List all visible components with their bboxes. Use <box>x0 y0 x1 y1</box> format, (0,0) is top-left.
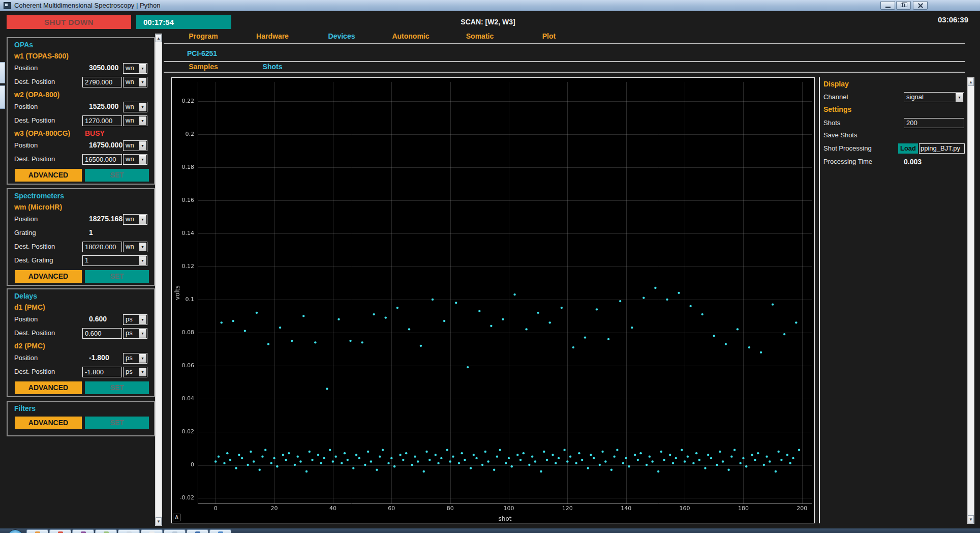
w3-position-units-combo[interactable]: wn▼ <box>123 140 147 151</box>
w1-dest-input[interactable]: 2790.000 <box>82 77 122 87</box>
processing-script-field[interactable]: pping_BJT.py <box>919 143 965 154</box>
wm-position-units-combo[interactable]: wn▼ <box>123 214 147 225</box>
taskbar-item[interactable] <box>141 529 163 533</box>
device-tab-underline <box>164 61 965 62</box>
tab-hardware[interactable]: Hardware <box>238 32 307 40</box>
w1-position-value: 3050.000 <box>89 64 124 72</box>
d1-dest-input[interactable]: 0.600 <box>82 328 122 339</box>
restore-button[interactable] <box>896 1 911 10</box>
taskbar-item[interactable] <box>118 529 140 533</box>
delays-header: Delays <box>8 289 154 302</box>
dest-position-label: Dest. Position <box>14 329 55 337</box>
device-name-d1: d1 (PMC) <box>8 302 154 313</box>
taskbar-item[interactable] <box>95 529 117 533</box>
left-scrollbar[interactable]: ▲ ▼ <box>155 34 162 526</box>
opas-buttons-row: ADVANCED SET <box>8 166 154 184</box>
wm-dest-units-combo[interactable]: wn▼ <box>123 242 147 252</box>
taskbar-item[interactable] <box>164 529 186 533</box>
w3-dest-input[interactable]: 16500.000 <box>82 154 122 165</box>
tab-pci-6251[interactable]: PCI-6251 <box>187 49 217 57</box>
application-window: Coherent Multidimensional Spectroscopy |… <box>0 0 980 533</box>
spectrometers-advanced-button[interactable]: ADVANCED <box>15 270 82 283</box>
chevron-down-icon[interactable]: ▼ <box>139 315 146 324</box>
delays-set-button[interactable]: SET <box>85 381 149 394</box>
save-shots-label: Save Shots <box>823 131 858 139</box>
wm-dest-grating-combo[interactable]: 1▼ <box>82 255 147 266</box>
w1-dest-units-combo[interactable]: wn▼ <box>123 77 147 87</box>
device-name-d2: d2 (PMC) <box>8 340 154 351</box>
start-button[interactable] <box>7 529 23 533</box>
w2-position-value: 1525.000 <box>89 102 124 110</box>
channel-row: Channel signal▼ <box>823 92 967 103</box>
opas-advanced-button[interactable]: ADVANCED <box>15 169 82 182</box>
tab-plot[interactable]: Plot <box>514 32 584 40</box>
autoscale-button[interactable]: A <box>173 514 180 521</box>
d1-position-units-combo[interactable]: ps▼ <box>123 314 147 325</box>
nav-underline <box>164 43 965 44</box>
wm-dest-input[interactable]: 18020.000 <box>82 242 122 252</box>
d2-position-units-combo[interactable]: ps▼ <box>123 353 147 364</box>
tab-somatic[interactable]: Somatic <box>445 32 514 40</box>
processing-time-value: 0.003 <box>904 156 922 167</box>
chevron-down-icon[interactable]: ▼ <box>139 78 146 86</box>
chevron-down-icon[interactable]: ▼ <box>139 329 146 338</box>
scroll-up-icon[interactable]: ▲ <box>156 34 162 42</box>
load-script-button[interactable]: Load <box>898 143 918 154</box>
w2-dest-input[interactable]: 1270.000 <box>82 115 122 126</box>
right-scrollbar[interactable]: ▲ ▼ <box>967 77 974 524</box>
position-label: Position <box>14 315 38 323</box>
chevron-down-icon[interactable]: ▼ <box>139 215 146 224</box>
d1-dest-units-combo[interactable]: ps▼ <box>123 328 147 339</box>
scroll-down-icon[interactable]: ▼ <box>156 517 162 525</box>
tab-devices[interactable]: Devices <box>307 32 376 40</box>
close-button[interactable] <box>913 1 928 10</box>
shutdown-button[interactable]: SHUT DOWN <box>7 15 131 29</box>
shots-scatter-plot[interactable] <box>172 78 814 523</box>
w1-position-units-combo[interactable]: wn▼ <box>123 63 147 74</box>
channel-combo[interactable]: signal▼ <box>904 92 964 102</box>
chevron-down-icon[interactable]: ▼ <box>139 243 146 251</box>
tab-program[interactable]: Program <box>169 32 238 40</box>
shot-processing-label: Shot Processing <box>823 144 872 152</box>
w2-position-units-combo[interactable]: wn▼ <box>123 102 147 112</box>
tab-autonomic[interactable]: Autonomic <box>376 32 445 40</box>
chevron-down-icon[interactable]: ▼ <box>139 368 146 376</box>
taskbar-item[interactable] <box>187 529 208 533</box>
window-title: Coherent Multidimensional Spectroscopy |… <box>14 2 160 9</box>
filters-set-button[interactable]: SET <box>85 417 149 429</box>
tab-shots[interactable]: Shots <box>238 63 307 71</box>
chevron-down-icon[interactable]: ▼ <box>139 256 146 265</box>
w3-dest-units-combo[interactable]: wn▼ <box>123 154 147 165</box>
w1-dest-row: Dest. Position 2790.000 wn▼ <box>8 75 154 89</box>
w2-dest-units-combo[interactable]: wn▼ <box>123 115 147 126</box>
chevron-down-icon[interactable]: ▼ <box>139 155 146 164</box>
taskbar-item[interactable] <box>72 529 94 533</box>
chevron-down-icon[interactable]: ▼ <box>139 141 146 150</box>
chevron-down-icon[interactable]: ▼ <box>956 93 963 102</box>
dest-position-label: Dest. Position <box>14 368 55 375</box>
taskbar-item[interactable] <box>209 529 231 533</box>
filters-advanced-button[interactable]: ADVANCED <box>15 417 82 429</box>
chevron-down-icon[interactable]: ▼ <box>139 354 146 363</box>
delays-advanced-button[interactable]: ADVANCED <box>15 381 82 394</box>
scroll-down-icon[interactable]: ▼ <box>968 515 974 523</box>
windows-taskbar[interactable] <box>0 528 980 533</box>
taskbar-item[interactable] <box>26 529 48 533</box>
tab-samples[interactable]: Samples <box>169 63 238 71</box>
title-bar[interactable]: Coherent Multidimensional Spectroscopy |… <box>0 0 980 11</box>
scroll-up-icon[interactable]: ▲ <box>968 78 974 86</box>
d2-dest-input[interactable]: -1.800 <box>82 367 122 377</box>
chevron-down-icon[interactable]: ▼ <box>139 64 146 73</box>
minimize-button[interactable] <box>880 1 895 10</box>
spectrometers-set-button[interactable]: SET <box>85 270 149 283</box>
d1-dest-row: Dest. Position 0.600 ps▼ <box>8 327 154 340</box>
d2-dest-row: Dest. Position -1.800 ps▼ <box>8 365 154 379</box>
opas-set-button[interactable]: SET <box>85 169 149 182</box>
chevron-down-icon[interactable]: ▼ <box>139 103 146 111</box>
d2-dest-units-combo[interactable]: ps▼ <box>123 367 147 377</box>
device-name-wm: wm (MicroHR) <box>8 201 154 213</box>
shots-input[interactable]: 200 <box>904 118 964 128</box>
processing-time-row: Processing Time 0.003 <box>823 156 967 167</box>
taskbar-item[interactable] <box>49 529 71 533</box>
chevron-down-icon[interactable]: ▼ <box>139 116 146 125</box>
